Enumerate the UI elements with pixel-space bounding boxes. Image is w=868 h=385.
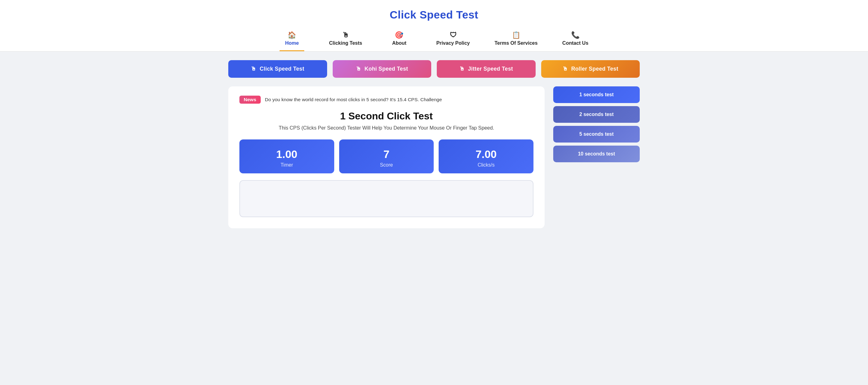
score-box: 7 Score <box>339 139 434 173</box>
news-badge: News <box>239 96 261 104</box>
timer-value: 1.00 <box>244 148 329 161</box>
phone-icon: 📞 <box>571 31 580 39</box>
clicks-per-second-label: Clicks/s <box>443 162 529 168</box>
document-icon: 📋 <box>512 31 521 39</box>
nav-label-clicking-tests: Clicking Tests <box>329 40 362 46</box>
test-buttons-row: 🖱 Click Speed Test 🖱 Kohi Speed Test 🖱 J… <box>221 60 647 78</box>
1-seconds-test-button[interactable]: 1 seconds test <box>553 86 640 103</box>
kohi-speed-test-label: Kohi Speed Test <box>365 66 408 72</box>
clicks-per-second-box: 7.00 Clicks/s <box>439 139 533 173</box>
click-speed-test-mouse-icon: 🖱 <box>251 66 256 72</box>
mouse-icon: 🖱 <box>342 31 349 39</box>
home-icon: 🏠 <box>287 31 296 39</box>
click-area[interactable] <box>239 180 533 217</box>
nav-label-contact-us: Contact Us <box>562 40 588 46</box>
nav-bar: 🏠 Home 🖱 Clicking Tests 🎯 About 🛡 Privac… <box>0 28 868 51</box>
target-icon: 🎯 <box>395 31 403 39</box>
timer-label: Timer <box>244 162 329 168</box>
shield-icon: 🛡 <box>450 31 457 39</box>
nav-label-home: Home <box>285 40 299 46</box>
nav-item-clicking-tests[interactable]: 🖱 Clicking Tests <box>329 31 362 51</box>
nav-item-home[interactable]: 🏠 Home <box>280 31 304 51</box>
right-sidebar: 1 seconds test 2 seconds test 5 seconds … <box>553 86 640 162</box>
click-speed-test-button[interactable]: 🖱 Click Speed Test <box>228 60 327 78</box>
site-header: Click Speed Test 🏠 Home 🖱 Clicking Tests… <box>0 0 868 51</box>
score-value: 7 <box>344 148 429 161</box>
kohi-speed-test-button[interactable]: 🖱 Kohi Speed Test <box>333 60 432 78</box>
stats-row: 1.00 Timer 7 Score 7.00 Clicks/s <box>239 139 533 173</box>
2-seconds-test-button[interactable]: 2 seconds test <box>553 106 640 123</box>
jitter-speed-test-mouse-icon: 🖱 <box>459 66 465 72</box>
left-panel: News Do you know the world record for mo… <box>228 86 545 228</box>
news-text: Do you know the world record for most cl… <box>265 97 442 102</box>
roller-speed-test-mouse-icon: 🖱 <box>562 66 568 72</box>
5-seconds-test-button[interactable]: 5 seconds test <box>553 126 640 143</box>
news-bar: News Do you know the world record for mo… <box>239 96 533 104</box>
clicks-per-second-value: 7.00 <box>443 148 529 161</box>
test-main-title: 1 Second Click Test <box>239 110 533 122</box>
nav-item-about[interactable]: 🎯 About <box>387 31 411 51</box>
nav-label-terms-of-services: Terms Of Services <box>495 40 537 46</box>
nav-label-privacy-policy: Privacy Policy <box>436 40 470 46</box>
score-label: Score <box>344 162 429 168</box>
nav-item-privacy-policy[interactable]: 🛡 Privacy Policy <box>436 31 470 51</box>
nav-label-about: About <box>392 40 406 46</box>
click-speed-test-label: Click Speed Test <box>260 66 304 72</box>
main-content: News Do you know the world record for mo… <box>221 86 647 241</box>
nav-item-terms-of-services[interactable]: 📋 Terms Of Services <box>495 31 537 51</box>
roller-speed-test-button[interactable]: 🖱 Roller Speed Test <box>541 60 640 78</box>
site-title: Click Speed Test <box>0 9 868 21</box>
kohi-speed-test-mouse-icon: 🖱 <box>356 66 362 72</box>
10-seconds-test-button[interactable]: 10 seconds test <box>553 146 640 162</box>
jitter-speed-test-button[interactable]: 🖱 Jitter Speed Test <box>437 60 536 78</box>
timer-box: 1.00 Timer <box>239 139 334 173</box>
jitter-speed-test-label: Jitter Speed Test <box>468 66 513 72</box>
test-subtitle: This CPS (Clicks Per Second) Tester Will… <box>239 125 533 131</box>
nav-item-contact-us[interactable]: 📞 Contact Us <box>562 31 588 51</box>
roller-speed-test-label: Roller Speed Test <box>571 66 618 72</box>
